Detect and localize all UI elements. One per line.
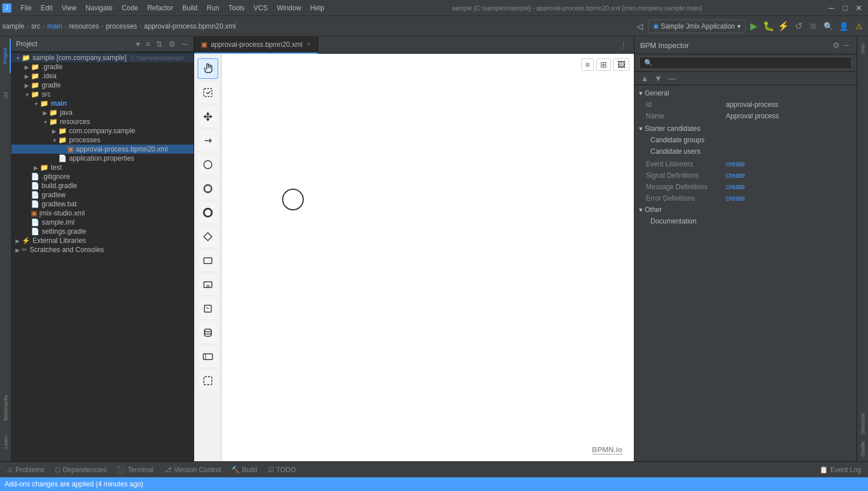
menu-help[interactable]: Help — [306, 3, 329, 13]
expand-button[interactable]: ⇅ — [154, 39, 164, 49]
tree-item-app-props[interactable]: 📄 application.properties — [11, 154, 194, 163]
run-configuration[interactable]: ▣ Sample Jmix Application ▾ — [648, 19, 746, 33]
sidebar-git-icon[interactable]: Git — [1, 78, 11, 112]
menu-refactor[interactable]: Refactor — [143, 3, 178, 13]
project-dropdown-button[interactable]: ▾ — [134, 39, 142, 49]
inspector-starter-candidates-header[interactable]: ▾ Starter candidates — [634, 123, 857, 134]
palette-none-event[interactable] — [198, 154, 218, 175]
breadcrumb-main[interactable]: main — [47, 22, 62, 30]
menu-build[interactable]: Build — [178, 3, 202, 13]
tree-item-gitignore[interactable]: 📄 .gitignore — [11, 172, 194, 181]
inspector-clear-button[interactable]: — — [666, 73, 678, 83]
tree-item-gradlew[interactable]: 📄 gradlew — [11, 190, 194, 199]
inspector-general-header[interactable]: ▾ General — [634, 87, 857, 99]
palette-gateway[interactable] — [198, 226, 218, 247]
bpmn-diagram[interactable]: BPMN.io — [222, 54, 634, 461]
bottom-tab-event-log[interactable]: 📋 Event Log — [815, 465, 866, 475]
breadcrumb-file[interactable]: approval-process.bpmn20.xml — [144, 22, 236, 30]
bottom-tab-todo[interactable]: ☑ TODO — [263, 465, 300, 475]
menu-tools[interactable]: Tools — [224, 3, 249, 13]
update-button[interactable]: ↺ — [791, 19, 805, 33]
palette-lasso-tool[interactable] — [198, 82, 218, 103]
menu-view[interactable]: View — [57, 3, 81, 13]
bottom-tab-terminal[interactable]: ⬛ Terminal — [112, 465, 158, 475]
search-everywhere-button[interactable]: 🔍 — [821, 19, 835, 33]
tab-close-button[interactable]: ✕ — [306, 41, 311, 47]
menu-vcs[interactable]: VCS — [249, 3, 272, 13]
minimize-button[interactable]: ─ — [825, 1, 838, 15]
run-button[interactable]: ▶ — [747, 19, 761, 33]
inspector-up-button[interactable]: ▲ — [639, 73, 650, 83]
tree-item-build-gradle[interactable]: 📄 build.gradle — [11, 181, 194, 190]
palette-start-event[interactable] — [198, 178, 218, 199]
message-definitions-create-link[interactable]: create — [726, 183, 745, 191]
tree-item-gradlew-bat[interactable]: 📄 gradlew.bat — [11, 199, 194, 209]
sidebar-project-icon[interactable]: Project — [1, 39, 11, 73]
debug-button[interactable]: 🐛 — [762, 19, 775, 33]
palette-end-event[interactable] — [198, 202, 218, 223]
tree-item-idea[interactable]: ▶ 📁 .idea — [11, 71, 194, 81]
tree-item-java[interactable]: ▶ 📁 java — [11, 108, 194, 117]
menu-file[interactable]: File — [16, 3, 36, 13]
structure-side-panel-icon[interactable]: Structure — [859, 411, 867, 437]
view-grid-button[interactable]: ⊞ — [596, 58, 611, 71]
inspector-other-header[interactable]: ▾ Other — [634, 204, 857, 215]
signal-definitions-create-link[interactable]: create — [726, 171, 745, 179]
project-settings-button[interactable]: ⚙ — [167, 39, 178, 49]
palette-task[interactable] — [198, 250, 218, 271]
tree-item-test[interactable]: ▶ 📁 test — [11, 163, 194, 172]
close-button[interactable]: ✕ — [852, 1, 866, 15]
bottom-tab-build[interactable]: 🔨 Build — [227, 465, 262, 475]
tab-menu-button[interactable]: ⋮ — [618, 40, 629, 50]
menu-edit[interactable]: Edit — [36, 3, 57, 13]
collapse-all-button[interactable]: ≡ — [144, 39, 152, 49]
breadcrumb-sample[interactable]: sample — [2, 22, 25, 30]
coverage-button[interactable]: ⚡ — [777, 19, 790, 33]
tree-item-approval-bpmn[interactable]: ▣ approval-process.bpmn20.xml — [11, 145, 194, 154]
palette-hand-tool[interactable] — [198, 58, 218, 79]
tree-item-gradle-dot[interactable]: ▶ 📁 .gradle — [11, 62, 194, 71]
menu-run[interactable]: Run — [202, 3, 224, 13]
avatar-button[interactable]: 👤 — [837, 19, 851, 33]
view-image-button[interactable]: 🖼 — [613, 58, 629, 71]
menu-window[interactable]: Window — [272, 3, 306, 13]
tree-root[interactable]: ▾ 📁 sample [com.company.sample] C:\sampl… — [11, 53, 194, 62]
inspector-settings-button[interactable]: ⚙ — [831, 40, 842, 50]
tree-item-gradle[interactable]: ▶ 📁 gradle — [11, 81, 194, 90]
tree-item-scratches[interactable]: ▶ ✏ Scratches and Consoles — [11, 245, 194, 254]
palette-collapsed-subprocess[interactable] — [198, 274, 218, 295]
jmix-side-panel-icon[interactable]: Jmix — [859, 41, 867, 57]
breadcrumb-resources[interactable]: resources — [69, 22, 99, 30]
tree-item-processes[interactable]: ▾ 📁 processes — [11, 135, 194, 145]
back-button[interactable]: ◁ — [633, 19, 647, 33]
sidebar-learn-icon[interactable]: Learn — [1, 425, 11, 459]
error-definitions-create-link[interactable]: create — [726, 194, 745, 202]
maximize-button[interactable]: □ — [838, 1, 852, 15]
menu-code[interactable]: Code — [117, 3, 143, 13]
bottom-tab-problems[interactable]: ⚠ Problems — [2, 465, 49, 475]
tree-item-settings-gradle[interactable]: 📄 settings.gradle — [11, 227, 194, 236]
bottom-tab-dependencies[interactable]: ⬡ Dependencies — [50, 465, 111, 475]
editor-tab-bpmn[interactable]: ▣ approval-process.bpmn20.xml ✕ — [194, 37, 318, 54]
bottom-tab-version-control[interactable]: ⎇ Version Control — [159, 465, 226, 475]
stop-button[interactable]: ⏹ — [806, 19, 820, 33]
inspector-down-button[interactable]: ▼ — [653, 73, 664, 83]
project-close-button[interactable]: ─ — [180, 39, 189, 49]
tree-item-jmix-studio[interactable]: ▣ jmix-studio.xml — [11, 209, 194, 218]
notifications-button[interactable]: ⚠ — [852, 19, 866, 33]
breadcrumb-src[interactable]: src — [31, 22, 41, 30]
inspector-search-input[interactable] — [639, 57, 852, 69]
tree-item-com-company[interactable]: ▶ 📁 com.company.sample — [11, 126, 194, 135]
menu-navigate[interactable]: Navigate — [81, 3, 117, 13]
palette-data-store[interactable] — [198, 322, 218, 343]
sidebar-bookmarks-icon[interactable]: Bookmarks — [1, 390, 11, 425]
breadcrumb-processes[interactable]: processes — [106, 22, 137, 30]
palette-move-tool[interactable] — [198, 106, 218, 127]
tree-item-src[interactable]: ▾ 📁 src — [11, 90, 194, 99]
tree-item-external-libs[interactable]: ▶ ⚡ External Libraries — [11, 236, 194, 245]
tree-item-main[interactable]: ▾ 📁 main — [11, 99, 194, 108]
palette-pool[interactable] — [198, 346, 218, 367]
view-list-button[interactable]: ≡ — [581, 58, 594, 71]
tree-item-resources[interactable]: ▾ 📁 resources — [11, 117, 194, 126]
event-listeners-create-link[interactable]: create — [726, 160, 745, 168]
